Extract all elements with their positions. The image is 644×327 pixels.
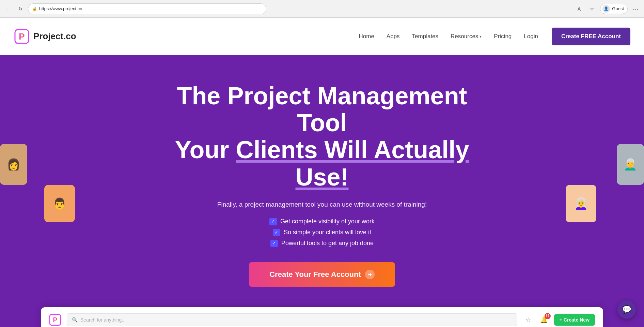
search-bar[interactable]: 🔍 Search for anything... [67,313,517,326]
check-icon-1: ✓ [269,218,277,225]
hero-section: 👩 👨 👨‍🦳 👩‍🦳 The Project Management Tool … [0,55,644,327]
bookmark-button[interactable]: ☆ [587,4,597,14]
hero-title-line2-prefix: Your [175,136,236,163]
search-placeholder: Search for anything... [80,317,126,323]
nav-apps[interactable]: Apps [387,33,400,40]
resources-chevron-icon: ▾ [480,34,482,39]
guest-avatar: 👤 [602,5,610,13]
hero-checklist: ✓ Get complete visibility of your work ✓… [0,218,644,247]
check-icon-2: ✓ [273,229,280,236]
notifications-button[interactable]: 🔔 17 [538,314,549,325]
chat-icon: 💬 [622,305,631,314]
hero-title: The Project Management Tool Your Clients… [143,83,501,191]
check-item-3: ✓ Powerful tools to get any job done [270,240,374,247]
nav-links: Home Apps Templates Resources ▾ Pricing … [359,33,538,40]
nav-login[interactable]: Login [524,33,538,40]
check-item-1: ✓ Get complete visibility of your work [269,218,375,225]
create-new-button[interactable]: + Create New [554,314,595,326]
check-label-3: Powerful tools to get any job done [281,240,374,247]
check-label-1: Get complete visibility of your work [280,218,375,225]
cta-arrow-icon: ➜ [365,270,375,279]
browser-chrome: ← ↻ 🔒 https://www.project.co A ☆ 👤 Guest… [0,0,644,18]
hero-subtitle: Finally, a project management tool you c… [0,201,644,208]
svg-text:P: P [53,316,57,324]
address-bar[interactable]: 🔒 https://www.project.co [28,3,266,14]
avatar-top-right: 👨‍🦳 [617,144,644,185]
browser-menu-button[interactable]: ⋯ [631,4,640,14]
logo[interactable]: P Project.co [14,28,76,45]
check-item-2: ✓ So simple your clients will love it [273,229,371,236]
logo-icon: P [14,28,30,45]
guest-label: Guest [612,6,624,11]
app-preview-actions: ☆ 🔔 17 + Create New [523,314,595,326]
nav-templates[interactable]: Templates [412,33,438,40]
font-button[interactable]: A [574,4,584,14]
nav-pricing[interactable]: Pricing [494,33,512,40]
guest-profile[interactable]: 👤 Guest [600,4,628,14]
page-wrapper: P Project.co Home Apps Templates Resourc… [0,18,644,327]
lock-icon: 🔒 [32,6,37,11]
avatar-bottom-left: 👨 [44,185,75,222]
hero-title-highlight: Clients Will Actually Use! [236,136,469,190]
hero-cta-label: Create Your Free Account [269,270,361,279]
notification-badge: 17 [545,313,551,319]
url-text: https://www.project.co [39,6,82,11]
avatar-bottom-right: 👩‍🦳 [566,185,596,222]
app-preview-bar: P 🔍 Search for anything... ☆ 🔔 [41,307,603,327]
navbar: P Project.co Home Apps Templates Resourc… [0,18,644,55]
avatar-top-left: 👩 [0,144,27,185]
search-icon: 🔍 [72,317,78,323]
logo-text: Project.co [33,31,76,42]
chat-bubble-button[interactable]: 💬 [617,300,636,319]
refresh-button[interactable]: ↻ [16,4,25,14]
back-button[interactable]: ← [4,4,14,14]
check-label-2: So simple your clients will love it [284,229,371,236]
favorites-button[interactable]: ☆ [523,314,534,325]
hero-cta-button[interactable]: Create Your Free Account ➜ [249,262,395,287]
app-preview-logo: P [49,314,61,326]
browser-right-controls: A ☆ 👤 Guest ⋯ [574,4,640,14]
check-icon-3: ✓ [270,240,278,247]
svg-text:P: P [19,31,25,42]
browser-controls: ← ↻ [4,4,25,14]
nav-home[interactable]: Home [359,33,374,40]
hero-title-line1: The Project Management Tool [177,82,467,136]
create-free-account-button[interactable]: Create FREE Account [552,28,630,45]
nav-resources[interactable]: Resources ▾ [451,33,482,40]
